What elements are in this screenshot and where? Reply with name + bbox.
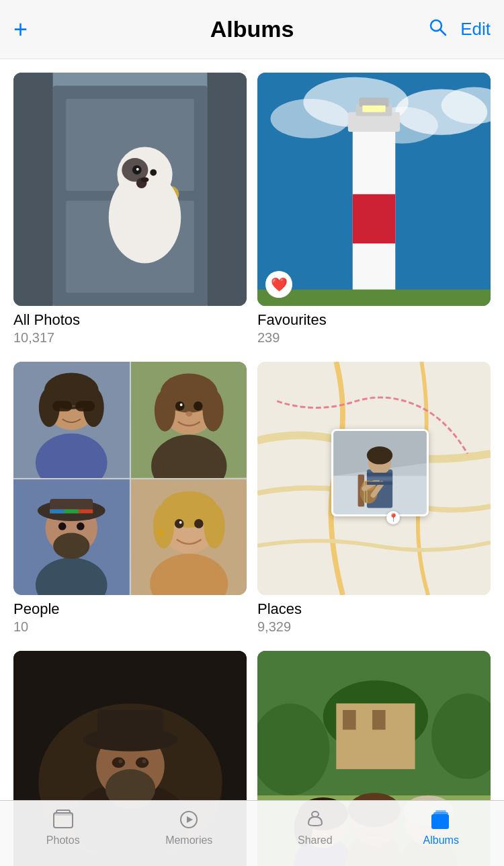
album-thumb-places: 📍 <box>257 362 491 595</box>
svg-point-70 <box>157 529 164 536</box>
svg-rect-87 <box>367 481 392 485</box>
svg-marker-123 <box>187 816 193 823</box>
svg-point-67 <box>174 519 183 528</box>
svg-rect-86 <box>367 477 392 481</box>
svg-point-99 <box>142 759 146 763</box>
album-name-all-photos: All Photos <box>13 311 247 329</box>
album-thumb-favourites: ❤️ <box>257 73 491 306</box>
albums-grid: All Photos 10,317 <box>0 59 504 866</box>
svg-rect-37 <box>52 401 72 411</box>
albums-icon <box>429 808 453 832</box>
svg-point-46 <box>175 401 184 411</box>
album-favourites[interactable]: ❤️ Favourites 239 <box>257 73 491 346</box>
tab-shared-label: Shared <box>298 834 333 847</box>
svg-point-98 <box>118 759 122 763</box>
heart-badge: ❤️ <box>265 271 292 298</box>
photos-icon <box>51 808 75 832</box>
tab-bar: Photos Memories Shared <box>0 800 504 866</box>
svg-rect-121 <box>56 810 70 813</box>
svg-rect-56 <box>50 509 64 513</box>
svg-point-0 <box>431 20 442 31</box>
edit-button[interactable]: Edit <box>460 19 491 40</box>
svg-rect-57 <box>65 509 79 513</box>
svg-point-22 <box>271 99 349 139</box>
album-all-photos[interactable]: All Photos 10,317 <box>13 73 247 346</box>
svg-rect-107 <box>372 710 386 730</box>
album-thumb-all-photos <box>13 73 247 306</box>
shared-icon <box>303 808 327 832</box>
header: + Albums Edit <box>0 0 504 59</box>
svg-point-49 <box>185 411 192 417</box>
svg-point-68 <box>194 519 204 528</box>
album-thumb-people <box>13 362 247 595</box>
person-cell-3 <box>13 479 130 596</box>
svg-rect-16 <box>207 73 247 306</box>
person-cell-4 <box>131 479 247 596</box>
search-button[interactable] <box>428 17 447 41</box>
svg-point-97 <box>136 757 149 768</box>
album-places[interactable]: 📍 Places 9,329 <box>257 362 491 635</box>
add-button[interactable]: + <box>13 15 28 44</box>
tab-photos[interactable]: Photos <box>0 808 126 847</box>
memories-icon <box>177 808 201 832</box>
svg-point-44 <box>154 390 175 432</box>
svg-rect-28 <box>362 106 385 112</box>
map-pin: 📍 <box>386 511 400 524</box>
svg-point-47 <box>194 401 203 411</box>
svg-point-69 <box>179 521 181 524</box>
tab-albums-label: Albums <box>423 834 459 847</box>
svg-rect-15 <box>13 73 53 306</box>
svg-point-13 <box>136 168 139 171</box>
album-name-people: People <box>13 600 247 618</box>
svg-rect-106 <box>343 710 356 730</box>
album-count-favourites: 239 <box>257 330 491 346</box>
svg-rect-94 <box>97 710 163 742</box>
album-name-places: Places <box>257 600 491 618</box>
svg-point-58 <box>53 533 89 559</box>
person-cell-1 <box>13 362 130 478</box>
page-title: Albums <box>210 16 294 42</box>
svg-rect-127 <box>435 810 446 813</box>
svg-rect-29 <box>257 290 491 306</box>
album-name-favourites: Favourites <box>257 311 491 329</box>
people-grid <box>13 362 247 595</box>
tab-photos-label: Photos <box>46 834 80 847</box>
svg-point-12 <box>150 169 157 176</box>
svg-rect-24 <box>353 194 396 243</box>
map-photo-overlay <box>331 429 429 516</box>
svg-point-48 <box>179 403 182 406</box>
svg-point-14 <box>141 177 149 182</box>
tab-shared[interactable]: Shared <box>252 808 378 847</box>
svg-point-96 <box>112 757 126 768</box>
svg-rect-85 <box>367 473 392 476</box>
person-cell-2 <box>131 362 247 478</box>
all-photos-image <box>13 73 247 306</box>
svg-point-124 <box>312 812 319 817</box>
svg-rect-27 <box>360 97 389 107</box>
tab-memories-label: Memories <box>165 834 212 847</box>
tab-memories[interactable]: Memories <box>126 808 253 847</box>
album-count-places: 9,329 <box>257 619 491 635</box>
svg-line-1 <box>441 30 446 36</box>
svg-rect-38 <box>75 401 95 411</box>
favourites-image <box>257 73 491 306</box>
album-count-all-photos: 10,317 <box>13 330 247 346</box>
svg-rect-125 <box>431 814 449 829</box>
svg-point-60 <box>77 522 85 530</box>
svg-point-45 <box>202 390 223 432</box>
svg-point-66 <box>204 504 224 548</box>
album-people[interactable]: People 10 <box>13 362 247 635</box>
svg-point-77 <box>367 446 392 465</box>
svg-point-65 <box>153 504 173 548</box>
search-icon <box>428 17 447 36</box>
tab-albums[interactable]: Albums <box>378 808 505 847</box>
album-count-people: 10 <box>13 619 247 635</box>
svg-point-59 <box>58 522 67 530</box>
